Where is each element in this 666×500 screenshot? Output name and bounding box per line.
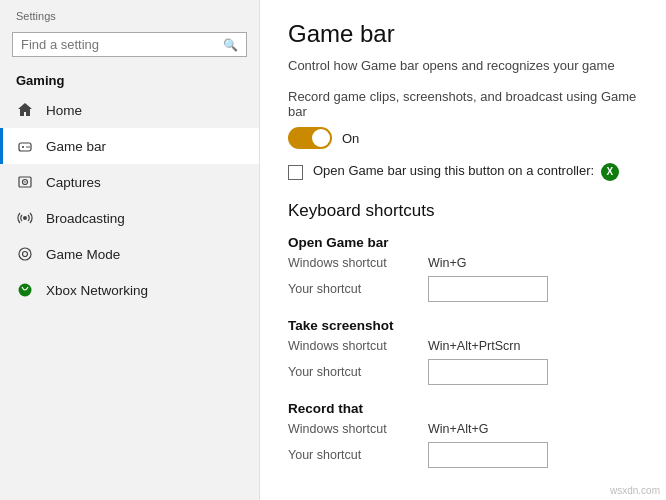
svg-point-10	[23, 252, 28, 257]
watermark: wsxdn.com	[610, 485, 660, 496]
your-shortcut-label-2: Your shortcut	[288, 448, 428, 462]
xbox-icon: X	[601, 163, 619, 181]
windows-shortcut-label-1: Windows shortcut	[288, 339, 428, 353]
sidebar-item-label-game-bar: Game bar	[46, 139, 106, 154]
shortcut-group-title-2: Record that	[288, 401, 638, 416]
description2: Record game clips, screenshots, and broa…	[288, 89, 638, 119]
record-toggle[interactable]	[288, 127, 332, 149]
game-bar-icon	[16, 137, 34, 155]
keyboard-section-heading: Keyboard shortcuts	[288, 201, 638, 221]
shortcut-group-1: Take screenshotWindows shortcutWin+Alt+P…	[288, 318, 638, 385]
your-shortcut-input-1[interactable]	[428, 359, 548, 385]
page-title: Game bar	[288, 20, 638, 48]
sidebar-item-label-broadcasting: Broadcasting	[46, 211, 125, 226]
broadcasting-icon	[16, 209, 34, 227]
your-shortcut-row-1: Your shortcut	[288, 359, 638, 385]
sidebar-item-broadcasting[interactable]: Broadcasting	[0, 200, 259, 236]
shortcut-group-title-1: Take screenshot	[288, 318, 638, 333]
shortcut-group-2: Record thatWindows shortcutWin+Alt+GYour…	[288, 401, 638, 468]
toggle-knob	[312, 129, 330, 147]
sidebar-item-home[interactable]: Home	[0, 92, 259, 128]
game-mode-icon	[16, 245, 34, 263]
sidebar-item-label-captures: Captures	[46, 175, 101, 190]
windows-shortcut-label-0: Windows shortcut	[288, 256, 428, 270]
svg-point-4	[28, 146, 30, 148]
section-label: Gaming	[0, 67, 259, 92]
search-icon: 🔍	[223, 38, 238, 52]
shortcut-group-title-0: Open Game bar	[288, 235, 638, 250]
your-shortcut-label-0: Your shortcut	[288, 282, 428, 296]
svg-point-3	[26, 146, 28, 148]
svg-point-9	[19, 248, 31, 260]
sidebar-item-label-xbox-networking: Xbox Networking	[46, 283, 148, 298]
description1: Control how Game bar opens and recognize…	[288, 58, 638, 73]
controller-checkbox-label: Open Game bar using this button on a con…	[313, 163, 619, 181]
sidebar-item-captures[interactable]: Captures	[0, 164, 259, 200]
your-shortcut-row-2: Your shortcut	[288, 442, 638, 468]
windows-shortcut-value-1: Win+Alt+PrtScrn	[428, 339, 548, 353]
xbox-networking-icon	[16, 281, 34, 299]
sidebar-item-label-game-mode: Game Mode	[46, 247, 120, 262]
your-shortcut-row-0: Your shortcut	[288, 276, 638, 302]
nav-list: HomeGame barCapturesBroadcastingGame Mod…	[0, 92, 259, 308]
sidebar-item-label-home: Home	[46, 103, 82, 118]
windows-shortcut-label-2: Windows shortcut	[288, 422, 428, 436]
window-title: Settings	[0, 0, 259, 26]
search-input[interactable]	[21, 37, 223, 52]
sidebar-item-game-bar[interactable]: Game bar	[0, 128, 259, 164]
sidebar-item-xbox-networking[interactable]: Xbox Networking	[0, 272, 259, 308]
toggle-row: On	[288, 127, 638, 149]
controller-checkbox-row: Open Game bar using this button on a con…	[288, 163, 638, 181]
windows-shortcut-value-0: Win+G	[428, 256, 548, 270]
svg-point-8	[23, 216, 27, 220]
shortcut-group-0: Open Game barWindows shortcutWin+GYour s…	[288, 235, 638, 302]
your-shortcut-input-2[interactable]	[428, 442, 548, 468]
your-shortcut-label-1: Your shortcut	[288, 365, 428, 379]
toggle-label: On	[342, 131, 359, 146]
windows-shortcut-row-0: Windows shortcutWin+G	[288, 256, 638, 270]
captures-icon	[16, 173, 34, 191]
sidebar-item-game-mode[interactable]: Game Mode	[0, 236, 259, 272]
windows-shortcut-value-2: Win+Alt+G	[428, 422, 548, 436]
windows-shortcut-row-1: Windows shortcutWin+Alt+PrtScrn	[288, 339, 638, 353]
controller-checkbox[interactable]	[288, 165, 303, 180]
windows-shortcut-row-2: Windows shortcutWin+Alt+G	[288, 422, 638, 436]
home-icon	[16, 101, 34, 119]
your-shortcut-input-0[interactable]	[428, 276, 548, 302]
svg-point-7	[24, 181, 26, 183]
shortcuts-container: Open Game barWindows shortcutWin+GYour s…	[288, 235, 638, 468]
main-content: Game bar Control how Game bar opens and …	[260, 0, 666, 500]
search-box[interactable]: 🔍	[12, 32, 247, 57]
sidebar: Settings 🔍 Gaming HomeGame barCapturesBr…	[0, 0, 260, 500]
